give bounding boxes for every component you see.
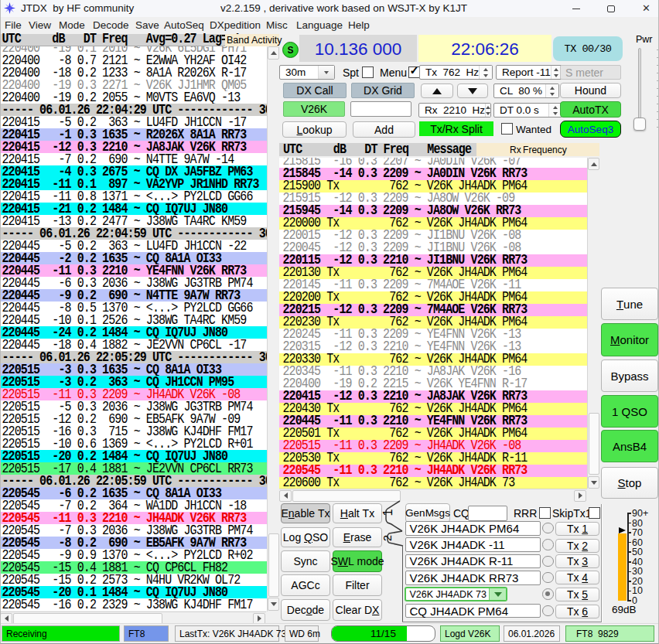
- svg-text:2: 2: [381, 535, 394, 541]
- svg-text:1: 1: [381, 509, 394, 516]
